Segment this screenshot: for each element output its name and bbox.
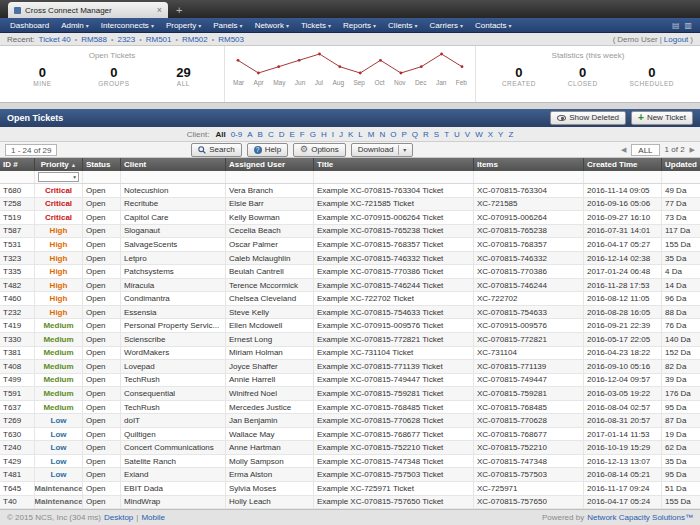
ticket-row[interactable]: T680CriticalOpenNotecushionVera BranchEx…: [0, 184, 700, 198]
ticket-row[interactable]: T419MediumOpenPersonal Property Servic..…: [0, 319, 700, 333]
ticket-title-link[interactable]: Example XC-731104 Ticket: [314, 347, 474, 360]
ticket-id-link[interactable]: T335: [0, 265, 35, 278]
client-filter-m[interactable]: M: [368, 130, 375, 139]
nav-item-reports[interactable]: Reports▾: [337, 21, 382, 30]
client-filter-g[interactable]: G: [310, 130, 316, 139]
client-filter-t[interactable]: T: [444, 130, 449, 139]
mobile-link[interactable]: Mobile: [141, 513, 165, 522]
client-filter-x[interactable]: X: [488, 130, 493, 139]
nav-item-property[interactable]: Property▾: [160, 21, 207, 30]
ticket-title-link[interactable]: Example XC-070815-749447 Ticket: [314, 374, 474, 387]
client-filter-q[interactable]: Q: [412, 130, 418, 139]
ticket-row[interactable]: T499MediumOpenTechRushAnnie HarrellExamp…: [0, 374, 700, 388]
ticket-id-link[interactable]: T587: [0, 225, 35, 238]
client-filter-r[interactable]: R: [423, 130, 429, 139]
new-tab-button[interactable]: +: [176, 4, 182, 16]
ticket-id-link[interactable]: T323: [0, 252, 35, 265]
client-filter-s[interactable]: S: [434, 130, 439, 139]
ticket-id-link[interactable]: T519: [0, 211, 35, 224]
stat-scheduled[interactable]: 0 SCHEDULED: [629, 66, 674, 87]
ticket-title-link[interactable]: Example XC-070815-768485 Ticket: [314, 401, 474, 414]
ticket-title-link[interactable]: Example XC-070815-746332 Ticket: [314, 252, 474, 265]
ticket-id-link[interactable]: T419: [0, 319, 35, 332]
column-header-title[interactable]: Title: [314, 158, 474, 171]
priority-filter-select[interactable]: ▾: [38, 172, 79, 182]
ticket-row[interactable]: T460HighOpenCondimantraChelsea Cleveland…: [0, 292, 700, 306]
column-header-created-time[interactable]: Created Time: [584, 158, 662, 171]
ticket-row[interactable]: T630LowOpenQuiltigenWallace MayExample X…: [0, 428, 700, 442]
client-filter-0-9[interactable]: 0-9: [231, 130, 243, 139]
nav-item-panels[interactable]: Panels▾: [207, 21, 248, 30]
column-header-client[interactable]: Client: [121, 158, 226, 171]
prev-page-button[interactable]: ◀: [621, 146, 626, 154]
ticket-id-link[interactable]: T460: [0, 292, 35, 305]
client-filter-u[interactable]: U: [454, 130, 460, 139]
browser-tab[interactable]: Cross Connect Manager ×: [8, 2, 168, 18]
ticket-title-link[interactable]: Example XC-070815-768677 Ticket: [314, 428, 474, 441]
client-filter-p[interactable]: P: [401, 130, 406, 139]
client-filter-i[interactable]: I: [332, 130, 334, 139]
ticket-row[interactable]: T429LowOpenSatelite RanchMolly SampsonEx…: [0, 455, 700, 469]
client-filter-y[interactable]: Y: [498, 130, 503, 139]
nav-item-interconnects[interactable]: Interconnects▾: [95, 21, 160, 30]
recent-link-rm503[interactable]: RM503: [218, 35, 244, 44]
options-button[interactable]: ⚙ Options: [293, 143, 346, 157]
ticket-title-link[interactable]: Example XC-070815-747348 Ticket: [314, 455, 474, 468]
recent-link-rm501[interactable]: RM501: [146, 35, 172, 44]
client-filter-z[interactable]: Z: [508, 130, 513, 139]
ticket-row[interactable]: T587HighOpenSloganautCecelia BeachExampl…: [0, 225, 700, 239]
nav-item-dashboard[interactable]: Dashboard: [4, 21, 55, 30]
ticket-row[interactable]: T40MaintenanceOpenMindWrapHolly LeachExa…: [0, 496, 700, 510]
layout-icon[interactable]: ▥: [684, 21, 692, 30]
ticket-row[interactable]: T258CriticalOpenRecritubeElsie BarrExamp…: [0, 198, 700, 212]
stat-mine[interactable]: 0 MINE: [33, 66, 51, 87]
nav-item-contacts[interactable]: Contacts▾: [469, 21, 518, 30]
ticket-title-link[interactable]: Example XC-070815-757503 Ticket: [314, 468, 474, 481]
ticket-row[interactable]: T591MediumOpenConsequentialWinifred Noel…: [0, 387, 700, 401]
ticket-title-link[interactable]: Example XC-070815-768357 Ticket: [314, 238, 474, 251]
column-header-priority[interactable]: Priority▲: [35, 158, 83, 171]
ticket-row[interactable]: T381MediumOpenWordMakersMiriam HolmanExa…: [0, 347, 700, 361]
recent-link-ticket-40[interactable]: Ticket 40: [39, 35, 71, 44]
download-button[interactable]: Download ▾: [351, 143, 414, 157]
ticket-id-link[interactable]: T429: [0, 455, 35, 468]
ticket-id-link[interactable]: T381: [0, 347, 35, 360]
ticket-row[interactable]: T232HighOpenEssensiaSteve KellyExample X…: [0, 306, 700, 320]
close-tab-icon[interactable]: ×: [157, 6, 162, 15]
ticket-id-link[interactable]: T591: [0, 387, 35, 400]
ticket-title-link[interactable]: Example XC-070815-757650 Ticket: [314, 496, 474, 509]
ticket-id-link[interactable]: T240: [0, 441, 35, 454]
client-filter-b[interactable]: B: [258, 130, 263, 139]
ticket-id-link[interactable]: T40: [0, 496, 35, 509]
ticket-title-link[interactable]: Example XC-070815-754633 Ticket: [314, 306, 474, 319]
ticket-id-link[interactable]: T645: [0, 482, 35, 495]
ticket-id-link[interactable]: T630: [0, 428, 35, 441]
ticket-row[interactable]: T645MaintenanceOpenEBIT DadaSylvia Moses…: [0, 482, 700, 496]
ticket-row[interactable]: T330MediumOpenScienscribeErnest LongExam…: [0, 333, 700, 347]
ticket-title-link[interactable]: Example XC-070815-770386 Ticket: [314, 265, 474, 278]
nav-item-clients[interactable]: Clients▾: [382, 21, 423, 30]
ticket-title-link[interactable]: Example XC-721585 Ticket: [314, 198, 474, 211]
nav-item-tickets[interactable]: Tickets▾: [295, 21, 337, 30]
ticket-id-link[interactable]: T637: [0, 401, 35, 414]
client-filter-a[interactable]: A: [247, 130, 252, 139]
ticket-title-link[interactable]: Example XC-725971 Ticket: [314, 482, 474, 495]
ticket-title-link[interactable]: Example XC-070915-009576 Ticket: [314, 319, 474, 332]
ticket-id-link[interactable]: T482: [0, 279, 35, 292]
client-filter-v[interactable]: V: [465, 130, 470, 139]
ticket-title-link[interactable]: Example XC-070815-771139 Ticket: [314, 360, 474, 373]
new-ticket-button[interactable]: + New Ticket: [631, 111, 693, 125]
ticket-title-link[interactable]: Example XC-070815-763304 Ticket: [314, 184, 474, 197]
ticket-id-link[interactable]: T680: [0, 184, 35, 197]
help-button[interactable]: ? Help: [247, 143, 288, 157]
search-button[interactable]: Search: [191, 143, 241, 157]
ncs-link[interactable]: Network Capacity Solutions™: [587, 513, 693, 522]
ticket-title-link[interactable]: Example XC-070815-759281 Ticket: [314, 387, 474, 400]
ticket-row[interactable]: T269LowOpendoITJan BenjaminExample XC-07…: [0, 414, 700, 428]
stat-groups[interactable]: 0 GROUPS: [98, 66, 129, 87]
ticket-title-link[interactable]: Example XC-070815-770628 Ticket: [314, 414, 474, 427]
nav-item-carriers[interactable]: Carriers▾: [424, 21, 469, 30]
ticket-id-link[interactable]: T499: [0, 374, 35, 387]
ticket-row[interactable]: T408MediumOpenLovepadJoyce ShafferExampl…: [0, 360, 700, 374]
recent-link-rm502[interactable]: RM502: [182, 35, 208, 44]
